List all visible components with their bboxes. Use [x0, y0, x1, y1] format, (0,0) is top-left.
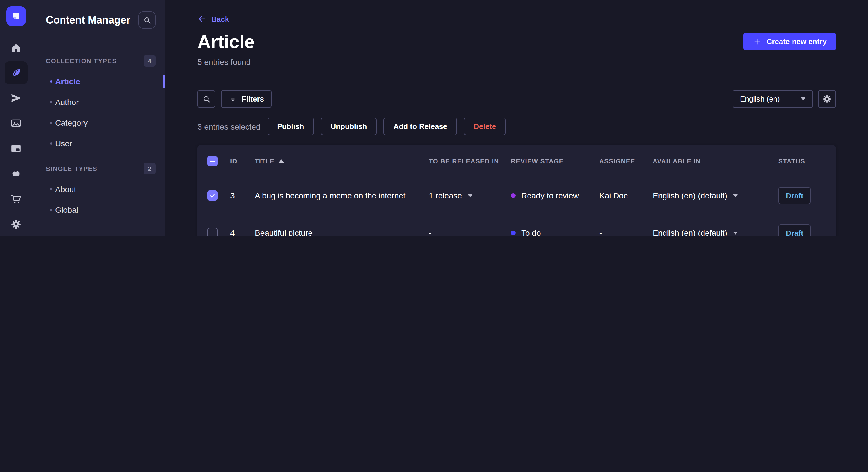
cell-locale-dropdown[interactable]: English (en) (default)	[653, 228, 738, 236]
single-types-section: SINGLE TYPES 2 About Global	[32, 163, 165, 220]
subnav-item-label: Category	[55, 118, 88, 127]
publish-button[interactable]: Publish	[267, 117, 314, 135]
select-all-checkbox[interactable]	[207, 156, 218, 166]
section-label: COLLECTION TYPES	[46, 57, 117, 64]
create-new-entry-label: Create new entry	[766, 37, 827, 46]
subnav-item-global[interactable]: Global	[32, 200, 165, 220]
sidebar-item-content-manager[interactable]	[5, 61, 28, 84]
bullet-icon	[50, 209, 52, 211]
column-header-status[interactable]: STATUS	[778, 158, 805, 164]
locale-value: English (en) (default)	[653, 228, 727, 236]
cell-assignee: -	[599, 228, 602, 236]
shopping-cart-icon	[10, 193, 22, 205]
stage-dot-icon	[511, 193, 516, 198]
table-row[interactable]: 4 Beautiful picture - To do - English (e…	[197, 214, 836, 236]
bullet-icon	[50, 80, 52, 82]
create-new-entry-button[interactable]: Create new entry	[743, 33, 836, 50]
sidebar-item-cloud[interactable]	[5, 162, 28, 185]
strapi-logo[interactable]	[6, 6, 26, 26]
column-header-title[interactable]: TITLE	[255, 158, 284, 164]
column-header-review-stage[interactable]: REVIEW STAGE	[511, 158, 564, 164]
column-header-id[interactable]: ID	[230, 158, 237, 164]
sidebar-nav	[0, 36, 32, 236]
entries-count: 5 entries found	[197, 57, 251, 67]
locale-value: English (en) (default)	[653, 191, 727, 200]
selection-count: 3 entries selected	[197, 122, 260, 131]
table-row[interactable]: 3 A bug is becoming a meme on the intern…	[197, 177, 836, 214]
sidebar-item-settings[interactable]	[5, 213, 28, 236]
stage-dot-icon	[511, 231, 516, 235]
subnav-title: Content Manager	[46, 14, 130, 26]
sidebar-item-media-library[interactable]	[5, 112, 28, 135]
sidebar-item-content-type-builder[interactable]	[5, 137, 28, 160]
column-header-assignee[interactable]: ASSIGNEE	[599, 158, 635, 164]
app-window: KD Content Manager COLLECTION TYPES 4 Ar…	[0, 0, 868, 236]
cell-review-stage: Ready to review	[511, 191, 579, 200]
gear-icon	[10, 218, 22, 230]
arrow-left-icon	[197, 14, 207, 24]
subnav-item-about[interactable]: About	[32, 179, 165, 200]
row-checkbox[interactable]	[207, 228, 218, 236]
bullet-icon	[50, 122, 52, 124]
unpublish-button[interactable]: Unpublish	[321, 117, 377, 135]
list-toolbar: Filters English (en)	[197, 90, 836, 108]
subnav-search-button[interactable]	[138, 11, 156, 29]
cloud-icon	[10, 168, 22, 179]
delete-button[interactable]: Delete	[464, 117, 506, 135]
cell-title: Beautiful picture	[255, 228, 313, 236]
subnav-item-category[interactable]: Category	[32, 112, 165, 133]
filters-button[interactable]: Filters	[221, 90, 272, 108]
content-manager-subnav: Content Manager COLLECTION TYPES 4 Artic…	[32, 0, 165, 236]
sort-ascending-icon	[278, 159, 284, 163]
check-icon	[209, 192, 216, 199]
selection-bar: 3 entries selected Publish Unpublish Add…	[197, 117, 506, 135]
gear-icon	[822, 94, 832, 104]
sidebar-item-releases[interactable]	[5, 87, 28, 109]
view-settings-button[interactable]	[818, 90, 836, 108]
chevron-down-icon	[733, 231, 738, 234]
cell-id: 4	[230, 228, 235, 236]
logo-section	[0, 0, 32, 32]
main-sidebar: KD	[0, 0, 32, 236]
sidebar-item-home[interactable]	[5, 36, 28, 59]
cell-assignee: Kai Doe	[599, 191, 628, 200]
back-link[interactable]: Back	[197, 14, 229, 24]
subnav-item-article[interactable]: Article	[32, 71, 165, 92]
cell-id: 3	[230, 191, 235, 200]
indeterminate-dash-icon	[210, 160, 215, 162]
subnav-item-author[interactable]: Author	[32, 92, 165, 112]
collection-types-section: COLLECTION TYPES 4 Article Author Catego…	[32, 55, 165, 154]
column-header-title-label: TITLE	[255, 158, 274, 164]
cell-release-dropdown[interactable]: 1 release	[429, 191, 472, 200]
cell-locale-dropdown[interactable]: English (en) (default)	[653, 191, 738, 200]
entries-table: ID TITLE TO BE RELEASED IN REVIEW STAGE …	[197, 145, 836, 236]
bullet-icon	[50, 142, 52, 144]
add-to-release-button[interactable]: Add to Release	[383, 117, 457, 135]
subnav-item-label: User	[55, 139, 72, 148]
picture-icon	[10, 117, 22, 129]
status-badge: Draft	[778, 187, 811, 204]
cell-title: A bug is becoming a meme on the internet	[255, 191, 406, 200]
chevron-down-icon	[733, 194, 738, 197]
subnav-item-label: About	[55, 185, 76, 194]
subnav-item-label: Global	[55, 205, 79, 214]
sidebar-item-marketplace[interactable]	[5, 188, 28, 210]
bullet-icon	[50, 101, 52, 103]
section-count-badge: 4	[144, 55, 156, 67]
chevron-down-icon	[468, 194, 472, 197]
feather-icon	[10, 67, 22, 78]
search-icon	[143, 16, 151, 24]
main-content: Back Article 5 entries found Create new …	[165, 0, 868, 236]
subnav-item-user[interactable]: User	[32, 133, 165, 154]
row-checkbox[interactable]	[207, 191, 218, 201]
column-header-release[interactable]: TO BE RELEASED IN	[429, 158, 499, 164]
locale-select[interactable]: English (en)	[733, 90, 813, 108]
search-button[interactable]	[197, 90, 215, 108]
cell-review-stage: To do	[511, 228, 541, 236]
paper-plane-icon	[10, 92, 22, 104]
column-header-available-in[interactable]: AVAILABLE IN	[653, 158, 701, 164]
home-icon	[10, 42, 22, 53]
locale-value: English (en)	[740, 95, 780, 103]
strapi-logo-icon	[10, 10, 22, 22]
page-title: Article	[197, 32, 255, 53]
